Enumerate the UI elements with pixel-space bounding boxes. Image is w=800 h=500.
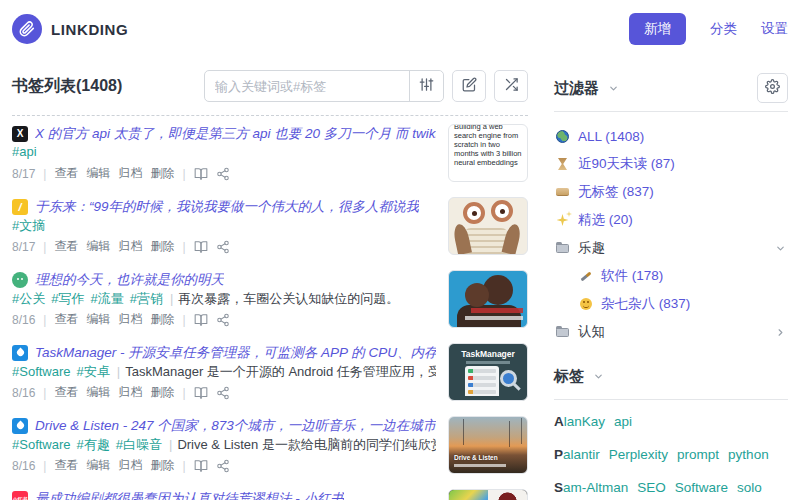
bookmark-title-link[interactable]: X 的官方 api 太贵了，即便是第三方 api 也要 20 多刀一个月 而 t… [35,125,436,143]
delete-action[interactable]: 删除 [150,311,174,328]
edit-action[interactable]: 编辑 [86,384,110,401]
thumbnail-text: Building a web search engine from scratc… [449,124,527,167]
bookmark-thumbnail[interactable]: Drive & Listen [448,416,528,474]
delete-action[interactable]: 删除 [150,238,174,255]
tags-header: 标签 [554,360,788,392]
search-filters-button[interactable] [409,71,443,101]
filter-link[interactable]: 近90天未读 (87) [578,155,675,173]
edit-action[interactable]: 编辑 [86,311,110,328]
archive-action[interactable]: 归档 [118,311,142,328]
bookmark-title-link[interactable]: 理想的今天，也许就是你的明天 [35,271,224,289]
tag-cloud-item[interactable]: Software [675,478,728,498]
view-action[interactable]: 查看 [54,238,78,255]
notebook-icon [554,184,571,200]
filter-link[interactable]: 无标签 (837) [578,183,654,201]
tag-cloud-item[interactable]: prompt [677,445,719,465]
bookmark-thumbnail[interactable]: Building a web search engine from scratc… [448,124,528,182]
view-action[interactable]: 查看 [54,384,78,401]
search-input[interactable] [205,71,409,101]
chevron-down-icon[interactable] [593,371,604,382]
edit-action[interactable]: 编辑 [86,165,110,182]
appinn-favicon-icon [12,345,28,361]
bookmark-title-link[interactable]: 于东来：“99年的时候，我说我要做一个伟大的人，很多人都说我 [35,198,419,216]
bookmark-tag[interactable]: #白噪音 [116,437,162,452]
tag-cloud-item[interactable]: api [614,412,632,432]
share-icon[interactable] [216,167,230,181]
share-icon[interactable] [216,459,230,473]
bookmark-title-link[interactable]: Drive & Listen - 247 个国家，873个城市，一边听音乐，一边… [35,417,436,435]
bookmark-tag[interactable]: #安卓 [77,364,110,379]
filter-link[interactable]: 杂七杂八 (837) [601,295,690,313]
filter-link[interactable]: 精选 (20) [578,211,633,229]
filter-link[interactable]: 软件 (178) [601,267,663,285]
nav-settings-link[interactable]: 设置 [761,20,788,38]
bookmark-content: /于东来：“99年的时候，我说我要做一个伟大的人，很多人都说我#文摘8/17|查… [12,197,436,255]
bookmark-thumbnail[interactable] [448,270,528,328]
archive-action[interactable]: 归档 [118,457,142,474]
shuffle-button[interactable] [494,70,528,102]
app-logo[interactable]: LINKDING [12,14,128,44]
appinn-favicon-icon [12,418,28,434]
chevron-down-icon[interactable] [608,83,619,94]
reader-view-icon[interactable] [194,167,208,181]
bookmark-description: 再次暴露，车圈公关认知缺位的问题。 [178,291,399,306]
tag-cloud-item[interactable]: python [728,445,769,465]
bookmark-item: Drive & Listen - 247 个国家，873个城市，一边听音乐，一边… [12,408,528,481]
archive-action[interactable]: 归档 [118,165,142,182]
reader-view-icon[interactable] [194,240,208,254]
tag-cloud-item[interactable]: Perplexity [609,445,668,465]
nav-categories-link[interactable]: 分类 [710,20,737,38]
tag-cloud-item[interactable]: solo [737,478,762,498]
delete-action[interactable]: 删除 [150,384,174,401]
delete-action[interactable]: 删除 [150,165,174,182]
edit-action[interactable]: 编辑 [86,457,110,474]
bookmark-tag[interactable]: #文摘 [12,218,45,233]
bookmark-date: 8/17 [12,240,35,254]
tags-section: 标签 AlanKayapiPalantirPerplexitypromptpyt… [554,346,788,500]
archive-action[interactable]: 归档 [118,384,142,401]
tag-cloud-item[interactable]: SEO [637,478,666,498]
view-action[interactable]: 查看 [54,311,78,328]
bookmark-tag[interactable]: #公关 [12,291,45,306]
bookmark-tag[interactable]: #api [12,144,37,159]
bookmark-tag[interactable]: #营销 [130,291,163,306]
bulk-edit-button[interactable] [452,70,486,102]
chevron-down-icon[interactable] [775,243,788,254]
share-icon[interactable] [216,240,230,254]
bookmark-title-link[interactable]: TaskManager - 开源安卓任务管理器，可监测各 APP 的 CPU、内… [35,344,436,362]
tag-cloud-item[interactable]: Sam-Altman [554,478,628,498]
bookmark-tag[interactable]: #流量 [90,291,123,306]
separator: | [182,386,185,400]
top-nav: 新增 分类 设置 [629,13,788,45]
sparkles-icon [554,212,571,228]
smiley-icon [577,296,594,312]
delete-action[interactable]: 删除 [150,457,174,474]
bookmark-tag[interactable]: #Software [12,437,71,452]
reader-view-icon[interactable] [194,459,208,473]
tag-cloud-item[interactable]: AlanKay [554,412,605,432]
tag-cloud-item[interactable]: Palantir [554,445,600,465]
view-action[interactable]: 查看 [54,165,78,182]
bookmark-thumbnail[interactable] [448,489,528,500]
add-bookmark-button[interactable]: 新增 [629,13,686,45]
filter-link[interactable]: ALL (1408) [578,129,644,144]
bookmark-tag[interactable]: #有趣 [77,437,110,452]
reader-view-icon[interactable] [194,386,208,400]
view-action[interactable]: 查看 [54,457,78,474]
bookmark-title-link[interactable]: 最成功编剧都很愚蠢因为认真对待荒谬想法 - 小红书 [35,490,344,500]
chevron-right-icon[interactable] [775,327,788,338]
archive-action[interactable]: 归档 [118,238,142,255]
reader-view-icon[interactable] [194,313,208,327]
separator: | [182,459,185,473]
share-icon[interactable] [216,313,230,327]
filters-header: 过滤器 [554,72,788,104]
filter-folder-label[interactable]: 认知 [578,323,605,341]
edit-action[interactable]: 编辑 [86,238,110,255]
bookmark-tag[interactable]: #Software [12,364,71,379]
filter-folder-label[interactable]: 乐趣 [578,239,605,257]
filter-settings-button[interactable] [757,73,788,103]
share-icon[interactable] [216,386,230,400]
bookmark-thumbnail[interactable] [448,197,528,255]
bookmark-tag[interactable]: #写作 [51,291,84,306]
bookmark-thumbnail[interactable]: TaskManager [448,343,528,401]
